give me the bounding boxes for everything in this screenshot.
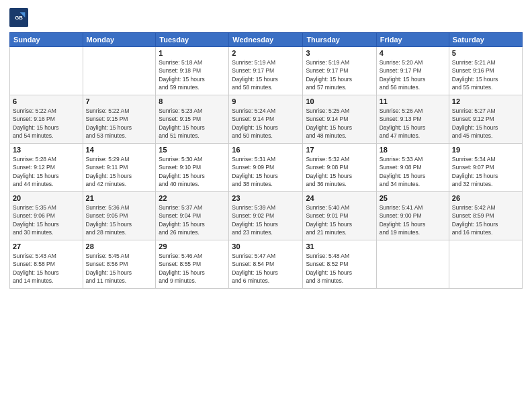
calendar-day-cell (449, 240, 522, 289)
day-number: 5 (452, 49, 519, 57)
day-info: Sunrise: 5:37 AM Sunset: 9:04 PM Dayligh… (159, 203, 226, 236)
day-number: 18 (380, 146, 446, 154)
calendar-day-cell (10, 47, 83, 95)
calendar-day-cell (376, 240, 449, 289)
day-info: Sunrise: 5:30 AM Sunset: 9:10 PM Dayligh… (159, 155, 226, 188)
day-info: Sunrise: 5:40 AM Sunset: 9:01 PM Dayligh… (306, 203, 373, 236)
day-number: 11 (380, 97, 446, 105)
day-info: Sunrise: 5:41 AM Sunset: 9:00 PM Dayligh… (380, 203, 446, 236)
day-number: 23 (232, 194, 300, 202)
header: GB (9, 8, 523, 27)
day-of-week-header: Friday (376, 33, 449, 47)
calendar-week-row: 1Sunrise: 5:18 AM Sunset: 9:18 PM Daylig… (10, 47, 523, 95)
day-number: 16 (232, 146, 300, 154)
calendar-day-cell: 16Sunrise: 5:31 AM Sunset: 9:09 PM Dayli… (229, 144, 303, 192)
svg-text:GB: GB (15, 15, 23, 21)
day-number: 8 (159, 97, 226, 105)
day-number: 31 (306, 242, 373, 250)
calendar-week-row: 20Sunrise: 5:35 AM Sunset: 9:06 PM Dayli… (10, 192, 523, 240)
day-number: 22 (159, 194, 226, 202)
day-info: Sunrise: 5:36 AM Sunset: 9:05 PM Dayligh… (86, 203, 153, 236)
day-of-week-header: Thursday (303, 33, 376, 47)
calendar-day-cell: 25Sunrise: 5:41 AM Sunset: 9:00 PM Dayli… (376, 192, 449, 240)
calendar-day-cell: 1Sunrise: 5:18 AM Sunset: 9:18 PM Daylig… (156, 47, 229, 95)
day-info: Sunrise: 5:22 AM Sunset: 9:16 PM Dayligh… (13, 107, 80, 140)
day-of-week-header: Wednesday (229, 33, 303, 47)
day-number: 21 (86, 194, 153, 202)
day-info: Sunrise: 5:31 AM Sunset: 9:09 PM Dayligh… (232, 155, 300, 188)
calendar-day-cell: 5Sunrise: 5:21 AM Sunset: 9:16 PM Daylig… (449, 47, 522, 95)
day-info: Sunrise: 5:48 AM Sunset: 8:52 PM Dayligh… (306, 252, 373, 285)
logo: GB (9, 8, 30, 27)
day-number: 12 (452, 97, 519, 105)
day-info: Sunrise: 5:29 AM Sunset: 9:11 PM Dayligh… (86, 155, 153, 188)
calendar-day-cell: 12Sunrise: 5:27 AM Sunset: 9:12 PM Dayli… (449, 95, 522, 144)
calendar-day-cell: 3Sunrise: 5:19 AM Sunset: 9:17 PM Daylig… (303, 47, 376, 95)
calendar-day-cell: 6Sunrise: 5:22 AM Sunset: 9:16 PM Daylig… (10, 95, 83, 144)
day-info: Sunrise: 5:25 AM Sunset: 9:14 PM Dayligh… (306, 107, 373, 140)
day-of-week-header: Sunday (10, 33, 83, 47)
day-number: 3 (306, 49, 373, 57)
day-number: 1 (159, 49, 226, 57)
calendar-header-row: SundayMondayTuesdayWednesdayThursdayFrid… (10, 33, 523, 47)
day-info: Sunrise: 5:26 AM Sunset: 9:13 PM Dayligh… (380, 107, 446, 140)
logo-icon: GB (9, 8, 28, 27)
day-info: Sunrise: 5:18 AM Sunset: 9:18 PM Dayligh… (159, 58, 226, 91)
day-number: 24 (306, 194, 373, 202)
day-info: Sunrise: 5:45 AM Sunset: 8:56 PM Dayligh… (86, 252, 153, 285)
day-of-week-header: Monday (83, 33, 156, 47)
day-number: 9 (232, 97, 300, 105)
calendar-day-cell: 8Sunrise: 5:23 AM Sunset: 9:15 PM Daylig… (156, 95, 229, 144)
day-info: Sunrise: 5:34 AM Sunset: 9:07 PM Dayligh… (452, 155, 519, 188)
calendar-week-row: 6Sunrise: 5:22 AM Sunset: 9:16 PM Daylig… (10, 95, 523, 144)
calendar-day-cell (83, 47, 156, 95)
day-number: 27 (13, 242, 80, 250)
calendar-day-cell: 26Sunrise: 5:42 AM Sunset: 8:59 PM Dayli… (449, 192, 522, 240)
day-number: 19 (452, 146, 519, 154)
day-info: Sunrise: 5:19 AM Sunset: 9:17 PM Dayligh… (306, 58, 373, 91)
day-info: Sunrise: 5:20 AM Sunset: 9:17 PM Dayligh… (380, 58, 446, 91)
day-number: 2 (232, 49, 300, 57)
page: GB SundayMondayTuesdayWednesdayThursdayF… (0, 0, 532, 411)
day-info: Sunrise: 5:47 AM Sunset: 8:54 PM Dayligh… (232, 252, 300, 285)
calendar-day-cell: 10Sunrise: 5:25 AM Sunset: 9:14 PM Dayli… (303, 95, 376, 144)
day-number: 25 (380, 194, 446, 202)
calendar-day-cell: 4Sunrise: 5:20 AM Sunset: 9:17 PM Daylig… (376, 47, 449, 95)
calendar-day-cell: 11Sunrise: 5:26 AM Sunset: 9:13 PM Dayli… (376, 95, 449, 144)
calendar-day-cell: 29Sunrise: 5:46 AM Sunset: 8:55 PM Dayli… (156, 240, 229, 289)
day-number: 15 (159, 146, 226, 154)
calendar-table: SundayMondayTuesdayWednesdayThursdayFrid… (9, 32, 523, 289)
day-info: Sunrise: 5:32 AM Sunset: 9:08 PM Dayligh… (306, 155, 373, 188)
calendar-day-cell: 13Sunrise: 5:28 AM Sunset: 9:12 PM Dayli… (10, 144, 83, 192)
day-number: 10 (306, 97, 373, 105)
calendar-day-cell: 18Sunrise: 5:33 AM Sunset: 9:08 PM Dayli… (376, 144, 449, 192)
calendar-day-cell: 14Sunrise: 5:29 AM Sunset: 9:11 PM Dayli… (83, 144, 156, 192)
day-number: 20 (13, 194, 80, 202)
calendar-day-cell: 9Sunrise: 5:24 AM Sunset: 9:14 PM Daylig… (229, 95, 303, 144)
calendar-day-cell: 17Sunrise: 5:32 AM Sunset: 9:08 PM Dayli… (303, 144, 376, 192)
day-number: 13 (13, 146, 80, 154)
day-info: Sunrise: 5:39 AM Sunset: 9:02 PM Dayligh… (232, 203, 300, 236)
day-info: Sunrise: 5:46 AM Sunset: 8:55 PM Dayligh… (159, 252, 226, 285)
day-number: 14 (86, 146, 153, 154)
calendar-day-cell: 30Sunrise: 5:47 AM Sunset: 8:54 PM Dayli… (229, 240, 303, 289)
calendar-day-cell: 27Sunrise: 5:43 AM Sunset: 8:58 PM Dayli… (10, 240, 83, 289)
day-number: 26 (452, 194, 519, 202)
day-info: Sunrise: 5:33 AM Sunset: 9:08 PM Dayligh… (380, 155, 446, 188)
day-info: Sunrise: 5:28 AM Sunset: 9:12 PM Dayligh… (13, 155, 80, 188)
calendar-day-cell: 28Sunrise: 5:45 AM Sunset: 8:56 PM Dayli… (83, 240, 156, 289)
day-number: 17 (306, 146, 373, 154)
day-number: 28 (86, 242, 153, 250)
calendar-day-cell: 15Sunrise: 5:30 AM Sunset: 9:10 PM Dayli… (156, 144, 229, 192)
calendar-day-cell: 7Sunrise: 5:22 AM Sunset: 9:15 PM Daylig… (83, 95, 156, 144)
day-info: Sunrise: 5:24 AM Sunset: 9:14 PM Dayligh… (232, 107, 300, 140)
calendar-day-cell: 20Sunrise: 5:35 AM Sunset: 9:06 PM Dayli… (10, 192, 83, 240)
day-info: Sunrise: 5:27 AM Sunset: 9:12 PM Dayligh… (452, 107, 519, 140)
day-info: Sunrise: 5:21 AM Sunset: 9:16 PM Dayligh… (452, 58, 519, 91)
day-info: Sunrise: 5:19 AM Sunset: 9:17 PM Dayligh… (232, 58, 300, 91)
day-number: 7 (86, 97, 153, 105)
calendar-day-cell: 21Sunrise: 5:36 AM Sunset: 9:05 PM Dayli… (83, 192, 156, 240)
calendar-week-row: 27Sunrise: 5:43 AM Sunset: 8:58 PM Dayli… (10, 240, 523, 289)
day-of-week-header: Tuesday (156, 33, 229, 47)
calendar-day-cell: 24Sunrise: 5:40 AM Sunset: 9:01 PM Dayli… (303, 192, 376, 240)
